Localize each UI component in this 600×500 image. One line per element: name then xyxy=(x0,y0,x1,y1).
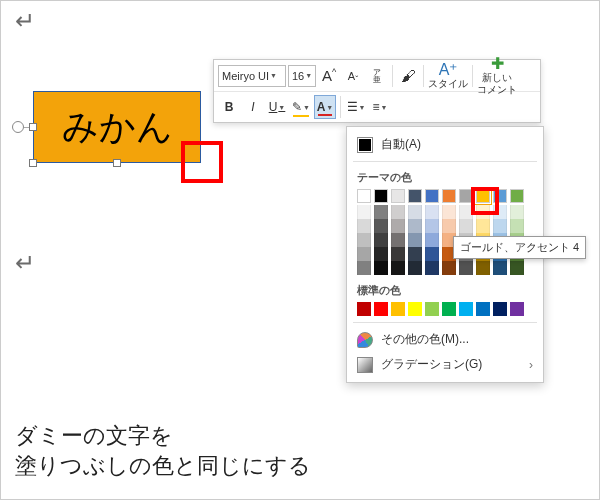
phonetic-guide-button[interactable]: ア 亜 xyxy=(366,64,388,88)
separator xyxy=(353,161,537,162)
rotate-handle[interactable] xyxy=(12,121,24,133)
styles-label: スタイル xyxy=(428,78,468,90)
separator xyxy=(340,96,341,118)
theme-shade-swatch[interactable] xyxy=(442,219,456,233)
font-color-button[interactable]: A ▼ xyxy=(314,95,336,119)
theme-shade-swatch[interactable] xyxy=(374,261,388,275)
standard-color-swatch[interactable] xyxy=(459,302,473,316)
theme-shade-swatch[interactable] xyxy=(408,219,422,233)
theme-shade-swatch[interactable] xyxy=(391,205,405,219)
theme-shade-swatch[interactable] xyxy=(357,261,371,275)
standard-color-swatch[interactable] xyxy=(357,302,371,316)
shape-text: みかん xyxy=(62,103,173,152)
theme-shade-swatch[interactable] xyxy=(374,233,388,247)
standard-color-swatch[interactable] xyxy=(493,302,507,316)
separator xyxy=(423,65,424,87)
underline-button[interactable]: U▼ xyxy=(266,95,288,119)
font-size-combo[interactable]: 16 ▼ xyxy=(288,65,316,87)
theme-shade-swatch[interactable] xyxy=(493,261,507,275)
numbering-icon: ≡ xyxy=(373,100,380,114)
theme-shade-swatch[interactable] xyxy=(459,219,473,233)
theme-shade-swatch[interactable] xyxy=(476,219,490,233)
standard-color-swatch[interactable] xyxy=(510,302,524,316)
theme-shade-swatch[interactable] xyxy=(357,247,371,261)
theme-shade-swatch[interactable] xyxy=(425,247,439,261)
resize-handle-bottom[interactable] xyxy=(113,159,121,167)
theme-shade-swatch[interactable] xyxy=(459,261,473,275)
standard-color-swatch[interactable] xyxy=(425,302,439,316)
standard-color-row xyxy=(347,300,543,318)
theme-shade-swatch[interactable] xyxy=(408,261,422,275)
theme-color-swatch[interactable] xyxy=(357,189,371,203)
bold-button[interactable]: B xyxy=(218,95,240,119)
theme-color-swatch[interactable] xyxy=(476,189,490,203)
theme-color-swatch[interactable] xyxy=(391,189,405,203)
theme-shade-swatch[interactable] xyxy=(425,219,439,233)
theme-shade-swatch[interactable] xyxy=(408,233,422,247)
theme-color-swatch[interactable] xyxy=(493,189,507,203)
resize-handle-bottom-left[interactable] xyxy=(29,159,37,167)
theme-shade-swatch[interactable] xyxy=(425,261,439,275)
theme-shade-swatch[interactable] xyxy=(476,261,490,275)
highlight-color-button[interactable]: ✎ ▼ xyxy=(290,95,312,119)
text-box-shape[interactable]: みかん xyxy=(33,91,201,163)
theme-shade-swatch[interactable] xyxy=(391,233,405,247)
theme-shade-swatch[interactable] xyxy=(391,247,405,261)
theme-shade-swatch[interactable] xyxy=(442,205,456,219)
resize-handle-left[interactable] xyxy=(29,123,37,131)
theme-shade-swatch[interactable] xyxy=(408,205,422,219)
italic-button[interactable]: I xyxy=(242,95,264,119)
theme-color-swatch[interactable] xyxy=(510,189,524,203)
highlight-color-swatch xyxy=(293,115,309,117)
theme-shade-swatch[interactable] xyxy=(374,247,388,261)
theme-shade-swatch[interactable] xyxy=(391,219,405,233)
theme-shade-swatch[interactable] xyxy=(357,205,371,219)
font-name-combo[interactable]: Meiryo UI ▼ xyxy=(218,65,286,87)
theme-shade-swatch[interactable] xyxy=(476,205,490,219)
theme-shade-swatch[interactable] xyxy=(408,247,422,261)
standard-color-swatch[interactable] xyxy=(391,302,405,316)
format-painter-button[interactable]: 🖌 xyxy=(397,64,419,88)
theme-shade-swatch[interactable] xyxy=(510,219,524,233)
theme-shade-swatch[interactable] xyxy=(510,261,524,275)
theme-color-swatch[interactable] xyxy=(442,189,456,203)
theme-shade-swatch[interactable] xyxy=(425,205,439,219)
auto-color-item[interactable]: 自動(A) xyxy=(347,132,543,157)
numbering-button[interactable]: ≡▼ xyxy=(369,95,391,119)
theme-color-swatch[interactable] xyxy=(374,189,388,203)
theme-shade-swatch[interactable] xyxy=(357,233,371,247)
gradient-icon xyxy=(357,357,373,373)
standard-color-swatch[interactable] xyxy=(442,302,456,316)
theme-shade-swatch[interactable] xyxy=(374,205,388,219)
standard-color-swatch[interactable] xyxy=(374,302,388,316)
paintbrush-icon: 🖌 xyxy=(401,67,416,84)
auto-color-swatch xyxy=(357,137,373,153)
theme-shade-swatch[interactable] xyxy=(493,205,507,219)
theme-shade-swatch[interactable] xyxy=(510,205,524,219)
theme-color-swatch[interactable] xyxy=(459,189,473,203)
font-color-swatch xyxy=(318,114,332,116)
chevron-down-icon: ▼ xyxy=(305,72,312,79)
new-comment-button[interactable]: ✚ 新しい コメント xyxy=(477,61,517,91)
floating-mini-toolbar: Meiryo UI ▼ 16 ▼ A^ Aˇ ア 亜 🖌 A⁺ スタイル xyxy=(213,59,541,123)
bullets-button[interactable]: ☰▼ xyxy=(345,95,367,119)
theme-shade-swatch[interactable] xyxy=(459,205,473,219)
more-colors-item[interactable]: その他の色(M)... xyxy=(347,327,543,352)
standard-color-swatch[interactable] xyxy=(476,302,490,316)
highlighter-icon: ✎ xyxy=(292,100,302,114)
theme-color-swatch[interactable] xyxy=(408,189,422,203)
shrink-font-button[interactable]: Aˇ xyxy=(342,64,364,88)
theme-shade-swatch[interactable] xyxy=(357,219,371,233)
color-tooltip: ゴールド、アクセント 4 xyxy=(453,236,586,259)
theme-shade-swatch[interactable] xyxy=(374,219,388,233)
theme-shade-swatch[interactable] xyxy=(391,261,405,275)
theme-color-swatch[interactable] xyxy=(425,189,439,203)
theme-shade-swatch[interactable] xyxy=(425,233,439,247)
styles-button[interactable]: A⁺ スタイル xyxy=(428,61,468,91)
grow-font-button[interactable]: A^ xyxy=(318,64,340,88)
theme-shade-swatch[interactable] xyxy=(493,219,507,233)
theme-shade-swatch[interactable] xyxy=(442,261,456,275)
gradient-item[interactable]: グラデーション(G) › xyxy=(347,352,543,377)
standard-color-swatch[interactable] xyxy=(408,302,422,316)
bullets-icon: ☰ xyxy=(347,100,358,114)
